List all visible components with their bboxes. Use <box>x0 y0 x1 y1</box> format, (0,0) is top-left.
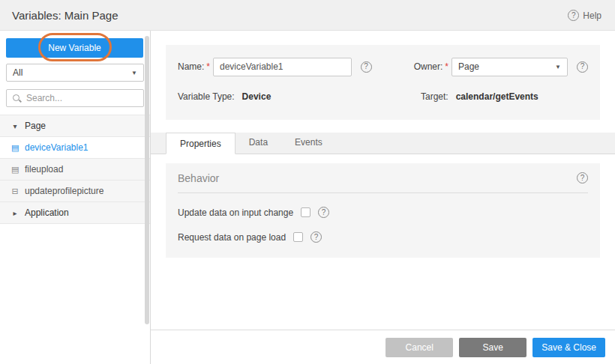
save-close-button[interactable]: Save & Close <box>532 338 605 357</box>
device-variable-icon: ▤ <box>11 143 19 153</box>
file-variable-icon: ▤ <box>11 165 19 175</box>
request-on-page-load-checkbox[interactable] <box>293 232 303 242</box>
behavior-title: Behavior <box>178 172 219 184</box>
header: Variables: Main Page ? Help <box>0 0 615 31</box>
tree-group-label: Page <box>25 121 46 131</box>
search-icon <box>12 94 21 103</box>
save-button[interactable]: Save <box>459 338 526 357</box>
tab-data[interactable]: Data <box>236 132 281 154</box>
tree-item-updateprofilepicture[interactable]: ⊟ updateprofilepicture <box>0 181 150 202</box>
owner-dropdown[interactable]: Page ▼ <box>452 58 568 76</box>
name-label: Name: <box>178 61 204 72</box>
option-help-icon[interactable]: ? <box>310 231 322 243</box>
target-label: Target: <box>421 91 448 102</box>
option-update-on-input-change: Update data on input change ? <box>178 207 588 218</box>
variables-dialog: Variables: Main Page ? Help New Variable… <box>0 0 615 364</box>
caret-down-icon: ▾ <box>11 122 19 130</box>
form-row-type-target: Variable Type: Device Target: calendar/g… <box>178 85 588 108</box>
name-input[interactable] <box>213 58 352 76</box>
caret-right-icon: ▸ <box>11 209 19 217</box>
variable-type-value: Device <box>242 91 272 102</box>
tree-item-label: deviceVariable1 <box>25 142 88 153</box>
required-marker: * <box>206 61 210 72</box>
tab-events[interactable]: Events <box>281 132 336 154</box>
owner-help-icon[interactable]: ? <box>577 61 588 73</box>
tree-item-label: fileupload <box>25 164 63 175</box>
variable-tree: ▾ Page ▤ deviceVariable1 ▤ fileupload ⊟ … <box>0 115 150 224</box>
chevron-down-icon: ▼ <box>131 70 137 76</box>
target-value: calendar/getEvents <box>456 91 538 102</box>
sidebar-scrollbar[interactable] <box>145 36 149 324</box>
footer: Cancel Save Save & Close <box>151 330 615 364</box>
owner-label: Owner: <box>414 61 443 72</box>
update-on-input-change-checkbox[interactable] <box>301 207 310 217</box>
behavior-help-icon[interactable]: ? <box>577 172 588 183</box>
variable-type-label: Variable Type: <box>178 91 235 102</box>
form-row-name-owner: Name: * ? Owner: * Page ▼ ? <box>178 51 588 82</box>
owner-value: Page <box>458 61 479 72</box>
owner-group: Owner: * Page ▼ ? <box>414 58 588 76</box>
tab-bar: Properties Data Events <box>151 133 615 154</box>
behavior-section: Behavior ? Update data on input change ?… <box>166 163 600 258</box>
search-box <box>6 89 144 107</box>
option-label: Request data on page load <box>178 232 286 243</box>
variable-filter-dropdown[interactable]: All ▼ <box>6 64 144 82</box>
help-link[interactable]: ? Help <box>568 10 602 21</box>
behavior-header: Behavior ? <box>178 163 588 193</box>
option-label: Update data on input change <box>178 207 293 218</box>
filter-value: All <box>13 67 22 78</box>
option-request-on-page-load: Request data on page load ? <box>178 231 588 243</box>
service-variable-icon: ⊟ <box>11 186 19 196</box>
tab-properties[interactable]: Properties <box>166 133 236 154</box>
tree-item-label: updateprofilepicture <box>25 186 104 196</box>
required-marker: * <box>445 61 448 72</box>
target-group: Target: calendar/getEvents <box>421 85 538 108</box>
tree-group-label: Application <box>25 207 69 218</box>
chevron-down-icon: ▼ <box>555 64 561 70</box>
variable-form: Name: * ? Owner: * Page ▼ ? Variable Typ… <box>166 45 600 120</box>
sidebar: New Variable All ▼ ▾ Page ▤ deviceVariab… <box>0 31 151 364</box>
page-title: Variables: Main Page <box>12 9 118 22</box>
tree-item-devicevariable1[interactable]: ▤ deviceVariable1 <box>0 137 150 159</box>
tree-group-application[interactable]: ▸ Application <box>0 202 150 224</box>
name-help-icon[interactable]: ? <box>361 61 372 73</box>
new-variable-button[interactable]: New Variable <box>6 38 143 58</box>
help-label: Help <box>583 10 602 21</box>
option-help-icon[interactable]: ? <box>318 207 329 218</box>
tree-item-fileupload[interactable]: ▤ fileupload <box>0 159 150 181</box>
cancel-button[interactable]: Cancel <box>386 338 453 357</box>
help-icon: ? <box>568 10 579 21</box>
search-input[interactable] <box>26 93 138 103</box>
main-panel: Name: * ? Owner: * Page ▼ ? Variable Typ… <box>151 31 615 364</box>
tree-group-page[interactable]: ▾ Page <box>0 115 150 137</box>
